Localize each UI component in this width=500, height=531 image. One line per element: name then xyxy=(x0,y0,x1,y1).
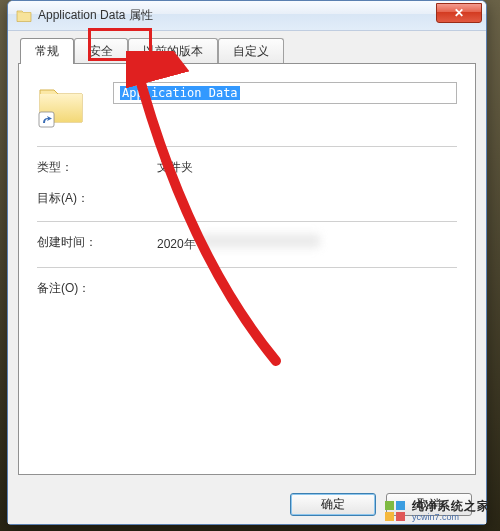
name-value-selected: Application Data xyxy=(120,86,240,100)
created-value-prefix: 2020年 xyxy=(157,237,196,251)
divider xyxy=(37,146,457,147)
titlebar[interactable]: Application Data 属性 ✕ xyxy=(8,1,486,31)
row-type: 类型： 文件夹 xyxy=(37,159,457,176)
tabstrip: 常规 安全 以前的版本 自定义 xyxy=(18,39,476,63)
type-label: 类型： xyxy=(37,159,157,176)
folder-title-icon xyxy=(16,8,32,24)
svg-rect-0 xyxy=(39,112,54,127)
tab-customize[interactable]: 自定义 xyxy=(218,38,284,63)
tab-label: 自定义 xyxy=(233,44,269,58)
target-value xyxy=(157,190,457,207)
created-value-redacted xyxy=(200,234,320,248)
watermark-url: ycwin7.com xyxy=(412,513,490,523)
tab-security[interactable]: 安全 xyxy=(74,38,128,63)
ok-label: 确定 xyxy=(321,496,345,513)
created-value: 2020年 xyxy=(157,234,457,253)
notes-value xyxy=(157,280,457,297)
notes-label: 备注(O)： xyxy=(37,280,157,297)
close-button[interactable]: ✕ xyxy=(436,3,482,23)
folder-shortcut-icon xyxy=(37,80,85,128)
tab-previous-versions[interactable]: 以前的版本 xyxy=(128,38,218,63)
svg-rect-2 xyxy=(385,501,394,510)
tab-label: 安全 xyxy=(89,44,113,58)
watermark-text: 纯净系统之家 ycwin7.com xyxy=(412,500,490,523)
tab-label: 常规 xyxy=(35,44,59,58)
divider xyxy=(37,267,457,268)
created-label: 创建时间： xyxy=(37,234,157,253)
row-created: 创建时间： 2020年 xyxy=(37,234,457,253)
type-value: 文件夹 xyxy=(157,159,457,176)
name-row: Application Data xyxy=(37,80,457,128)
tab-general[interactable]: 常规 xyxy=(20,38,74,64)
divider xyxy=(37,221,457,222)
dialog-body: 常规 安全 以前的版本 自定义 xyxy=(8,31,486,483)
tab-label: 以前的版本 xyxy=(143,44,203,58)
ok-button[interactable]: 确定 xyxy=(290,493,376,516)
svg-rect-4 xyxy=(385,512,394,521)
window-title: Application Data 属性 xyxy=(38,7,436,24)
svg-rect-3 xyxy=(396,501,405,510)
row-target: 目标(A)： xyxy=(37,190,457,207)
row-notes: 备注(O)： xyxy=(37,280,457,297)
watermark-logo-icon xyxy=(384,500,406,522)
properties-dialog: Application Data 属性 ✕ 常规 安全 以前的版本 自定义 xyxy=(7,0,487,525)
close-icon: ✕ xyxy=(454,6,464,20)
name-input[interactable]: Application Data xyxy=(113,82,457,104)
target-label: 目标(A)： xyxy=(37,190,157,207)
tab-panel-general: Application Data 类型： 文件夹 目标(A)： 创建时间： 20… xyxy=(18,63,476,475)
watermark: 纯净系统之家 ycwin7.com xyxy=(380,498,494,525)
svg-rect-5 xyxy=(396,512,405,521)
